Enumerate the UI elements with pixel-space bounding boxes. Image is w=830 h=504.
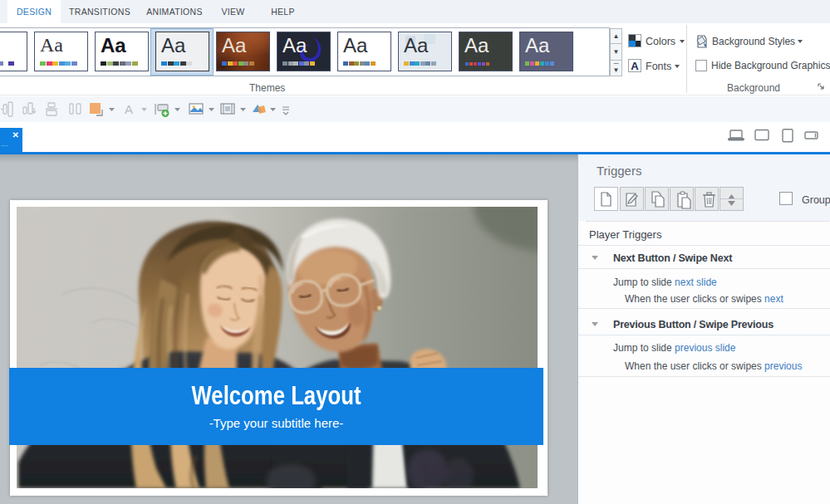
svg-text:A: A bbox=[125, 102, 133, 116]
